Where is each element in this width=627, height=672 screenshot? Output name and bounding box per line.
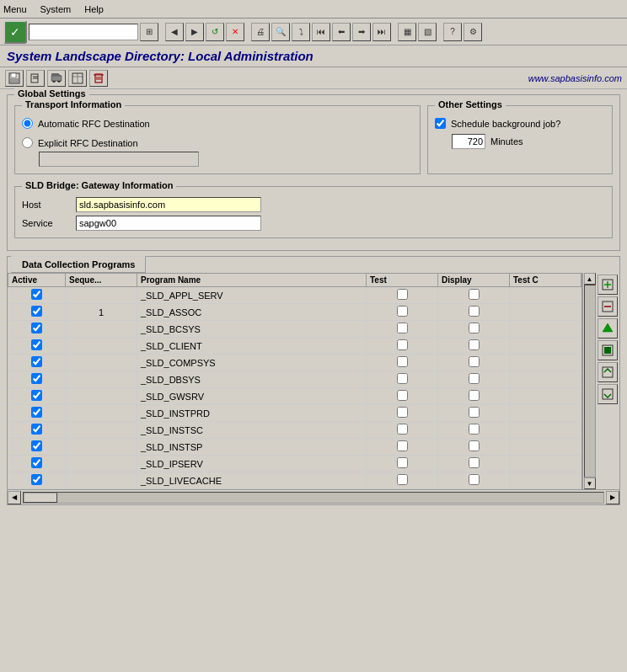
test-checkbox[interactable] bbox=[397, 407, 408, 418]
active-checkbox[interactable] bbox=[31, 306, 42, 317]
ok-icon[interactable]: ✓ bbox=[3, 20, 27, 44]
display-checkbox[interactable] bbox=[469, 356, 480, 367]
test-checkbox[interactable] bbox=[397, 323, 408, 333]
table-row[interactable]: _SLD_COMPSYS bbox=[8, 355, 581, 371]
active-checkbox[interactable] bbox=[31, 424, 42, 435]
table-action-btn[interactable] bbox=[68, 70, 87, 87]
prev-btn[interactable]: ⬅ bbox=[332, 23, 351, 41]
display-checkbox[interactable] bbox=[469, 289, 480, 300]
settings-btn[interactable]: ⚙ bbox=[464, 23, 482, 41]
refresh-btn[interactable]: ↺ bbox=[206, 23, 224, 41]
active-checkbox[interactable] bbox=[31, 356, 42, 367]
last-btn[interactable]: ⏭ bbox=[372, 23, 391, 41]
active-checkbox[interactable] bbox=[31, 407, 42, 418]
scroll-right-btn[interactable]: ▶ bbox=[606, 491, 619, 504]
transport-action-btn[interactable] bbox=[47, 70, 66, 87]
host-input[interactable] bbox=[76, 197, 261, 212]
active-checkbox[interactable] bbox=[31, 339, 42, 350]
first-btn[interactable]: ⏮ bbox=[312, 23, 330, 41]
schedule-job-checkbox[interactable] bbox=[435, 118, 446, 129]
table-row[interactable]: _SLD_DBSYS bbox=[8, 371, 581, 388]
test-checkbox[interactable] bbox=[397, 306, 408, 317]
minutes-input[interactable]: 720 bbox=[452, 134, 485, 149]
table-row[interactable]: _SLD_CLIENT bbox=[8, 338, 581, 355]
sequence-cell bbox=[66, 287, 137, 304]
help-menu[interactable]: Help bbox=[84, 4, 104, 14]
display-checkbox[interactable] bbox=[469, 407, 480, 418]
scroll-down-btn[interactable]: ▼ bbox=[584, 477, 596, 489]
nav-back-btn[interactable]: ◀ bbox=[165, 23, 184, 41]
active-checkbox[interactable] bbox=[31, 373, 42, 384]
edit-action-btn[interactable] bbox=[26, 70, 45, 87]
display-checkbox[interactable] bbox=[469, 390, 480, 401]
scroll-left-btn[interactable]: ◀ bbox=[8, 491, 21, 504]
system-menu[interactable]: System bbox=[40, 4, 72, 14]
test-checkbox[interactable] bbox=[397, 424, 408, 435]
auto-rfc-radio[interactable] bbox=[22, 118, 33, 129]
horizontal-scrollbar[interactable]: ◀ ▶ bbox=[8, 489, 619, 504]
active-checkbox[interactable] bbox=[31, 474, 42, 485]
table-row[interactable]: _SLD_LIVECACHE bbox=[8, 472, 581, 489]
find-btn[interactable]: 🔍 bbox=[271, 23, 290, 41]
test-checkbox[interactable] bbox=[397, 440, 408, 451]
menu2-btn[interactable]: ▧ bbox=[418, 23, 437, 41]
side-btn-3[interactable] bbox=[598, 318, 618, 339]
display-checkbox[interactable] bbox=[469, 474, 480, 485]
side-btn-1[interactable] bbox=[598, 275, 618, 295]
service-input[interactable] bbox=[76, 216, 261, 231]
display-checkbox[interactable] bbox=[469, 323, 480, 333]
side-btn-2[interactable] bbox=[598, 296, 618, 317]
test-checkbox[interactable] bbox=[397, 474, 408, 485]
nav-forward-btn[interactable]: ▶ bbox=[185, 23, 204, 41]
side-btn-6[interactable] bbox=[598, 384, 618, 404]
display-checkbox[interactable] bbox=[469, 306, 480, 317]
active-checkbox[interactable] bbox=[31, 289, 42, 300]
scroll-track[interactable] bbox=[584, 285, 596, 477]
table-row[interactable]: _SLD_GWSRV bbox=[8, 388, 581, 405]
test-checkbox[interactable] bbox=[397, 356, 408, 367]
command-accept-btn[interactable]: ⊞ bbox=[140, 23, 158, 41]
display-checkbox[interactable] bbox=[469, 339, 480, 350]
menu-menu[interactable]: Menu bbox=[3, 4, 27, 14]
scroll-up-btn[interactable]: ▲ bbox=[584, 273, 596, 285]
display-checkbox[interactable] bbox=[469, 373, 480, 384]
display-checkbox[interactable] bbox=[469, 440, 480, 451]
table-row[interactable]: _SLD_INSTSC bbox=[8, 422, 581, 439]
delete-action-btn[interactable] bbox=[89, 70, 108, 87]
display-checkbox[interactable] bbox=[469, 457, 480, 468]
active-checkbox[interactable] bbox=[31, 440, 42, 451]
table-row[interactable]: 1_SLD_ASSOC bbox=[8, 304, 581, 321]
active-checkbox[interactable] bbox=[31, 323, 42, 333]
test-checkbox[interactable] bbox=[397, 373, 408, 384]
stop-btn[interactable]: ✕ bbox=[226, 23, 244, 41]
find-next-btn[interactable]: ⤵ bbox=[292, 23, 310, 41]
command-input[interactable] bbox=[29, 24, 138, 40]
test-checkbox[interactable] bbox=[397, 339, 408, 350]
explicit-rfc-radio[interactable] bbox=[22, 137, 33, 148]
minutes-label: Minutes bbox=[490, 136, 523, 147]
next-btn[interactable]: ➡ bbox=[352, 23, 371, 41]
save-action-btn[interactable] bbox=[5, 70, 24, 87]
active-checkbox[interactable] bbox=[31, 457, 42, 468]
test-checkbox[interactable] bbox=[397, 390, 408, 401]
test-checkbox[interactable] bbox=[397, 289, 408, 300]
table-row[interactable]: _SLD_APPL_SERV bbox=[8, 287, 581, 304]
h-scroll-thumb[interactable] bbox=[24, 493, 57, 503]
explicit-rfc-input[interactable] bbox=[39, 152, 199, 167]
table-row[interactable]: _SLD_INSTSP bbox=[8, 439, 581, 456]
display-checkbox[interactable] bbox=[469, 424, 480, 435]
help-btn[interactable]: ? bbox=[443, 23, 462, 41]
table-row[interactable]: _SLD_INSTPRD bbox=[8, 405, 581, 422]
sequence-cell bbox=[66, 355, 137, 371]
test-checkbox[interactable] bbox=[397, 457, 408, 468]
data-collection-tab[interactable]: Data Collection Programs bbox=[8, 257, 619, 273]
menu1-btn[interactable]: ▦ bbox=[398, 23, 416, 41]
table-row[interactable]: _SLD_BCSYS bbox=[8, 321, 581, 338]
h-scroll-track[interactable] bbox=[23, 492, 604, 504]
print-btn[interactable]: 🖨 bbox=[251, 23, 270, 41]
active-checkbox[interactable] bbox=[31, 390, 42, 401]
table-row[interactable]: _SLD_IPSERV bbox=[8, 456, 581, 472]
side-btn-4[interactable] bbox=[598, 340, 618, 360]
side-btn-5[interactable] bbox=[598, 362, 618, 382]
vertical-scrollbar[interactable]: ▲ ▼ bbox=[582, 273, 596, 489]
